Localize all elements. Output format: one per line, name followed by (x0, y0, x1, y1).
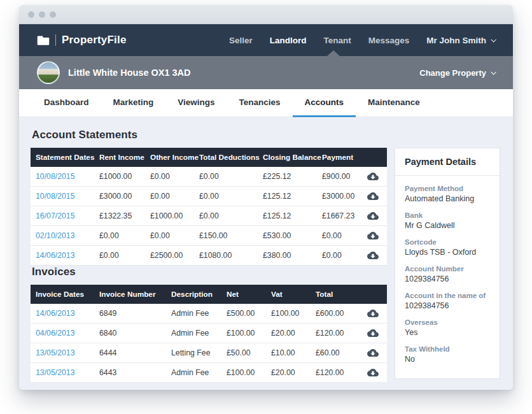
total-deductions-cell: £0.00 (194, 172, 258, 181)
field-label: Account Number (405, 265, 490, 273)
total-cell: £600.00 (311, 309, 358, 318)
property-bar: Little White House OX1 3AD Change Proper… (19, 56, 513, 89)
closing-balance-cell: £380.00 (258, 251, 317, 260)
cloud-download-icon[interactable] (358, 210, 387, 222)
column-header: Vat (266, 290, 311, 299)
invoice-date-link[interactable]: 13/05/2013 (31, 368, 94, 377)
other-income-cell: £0.00 (145, 231, 194, 240)
user-name: Mr John Smith (426, 36, 486, 45)
statement-row: 02/10/2013 £0.00 £0.00 £150.00 £530.00 £… (31, 226, 387, 246)
payment-detail-field: Payment Method Automated Banking (405, 185, 490, 203)
window-control-dot[interactable] (28, 11, 34, 18)
invoice-row: 13/05/2013 6443 Admin Fee £100.00 £20.00… (31, 363, 387, 383)
invoice-number-cell: 6443 (94, 368, 166, 377)
description-cell: Letting Fee (166, 348, 221, 357)
payment-cell: £0.00 (317, 231, 358, 240)
invoice-date-link[interactable]: 04/06/2013 (31, 329, 94, 338)
other-income-cell: £1000.00 (145, 211, 194, 220)
navbar-item[interactable]: Tenant (323, 36, 351, 45)
column-header: Net (221, 290, 266, 299)
payment-detail-field: Overseas Yes (405, 318, 490, 337)
rent-income-cell: £0.00 (94, 251, 145, 260)
vat-cell: £20.00 (266, 329, 311, 338)
cloud-download-icon[interactable] (358, 327, 387, 339)
field-value: 1029384756 (405, 301, 490, 310)
other-income-cell: £2500.00 (145, 251, 194, 260)
net-cell: £50.00 (221, 348, 266, 357)
tab[interactable]: Maintenance (356, 89, 432, 117)
statement-row: 10/08/2015 £3000.00 £0.00 £0.00 £125.12 … (31, 187, 387, 206)
closing-balance-cell: £125.12 (258, 211, 317, 220)
main-column: Account Statements Statement DatesRent I… (31, 129, 387, 390)
statement-date-link[interactable]: 10/08/2015 (31, 192, 94, 201)
payment-detail-field: Tax Withheld No (405, 345, 490, 364)
description-cell: Admin Fee (166, 309, 221, 318)
statement-date-link[interactable]: 02/10/2013 (31, 231, 94, 240)
cloud-download-icon[interactable] (358, 171, 387, 182)
navbar-menu: Seller Landlord Tenant Messages (229, 36, 409, 45)
invoice-date-link[interactable]: 14/06/2013 (31, 309, 94, 318)
tab[interactable]: Dashboard (32, 89, 101, 117)
property-name: Little White House OX1 3AD (68, 68, 191, 78)
navbar-item[interactable]: Messages (368, 36, 410, 45)
total-deductions-cell: £1080.00 (194, 251, 258, 260)
table-header-row: Invoice DatesInvoice NumberDescriptionNe… (31, 285, 387, 304)
statement-date-link[interactable]: 14/06/2013 (31, 251, 94, 260)
browser-window: PropertyFile Seller Landlord Tenant Mess… (19, 5, 513, 390)
tab[interactable]: Accounts (293, 89, 356, 117)
total-cell: £120.00 (311, 329, 358, 338)
column-header: Closing Balance (258, 153, 317, 162)
invoice-row: 14/06/2013 6849 Admin Fee £500.00 £100.0… (31, 304, 387, 324)
tab[interactable]: Marketing (101, 89, 166, 117)
property-avatar (37, 61, 60, 84)
total-deductions-cell: £150.00 (194, 231, 258, 240)
payment-details-panel: Payment Details Payment Method Automated… (395, 148, 500, 379)
table-header-row: Statement DatesRent IncomeOther IncomeTo… (31, 148, 387, 167)
tab[interactable]: Tenancies (227, 89, 293, 117)
statement-row: 10/08/2015 £1000.00 £0.00 £0.00 £225.12 … (31, 167, 387, 187)
column-header: Rent Income (94, 153, 145, 162)
cloud-download-icon[interactable] (358, 250, 387, 261)
column-header: Invoice Dates (31, 290, 94, 299)
folder-icon (37, 35, 50, 45)
cloud-download-icon[interactable] (358, 230, 387, 241)
app-title: PropertyFile (62, 34, 127, 46)
active-nav-pointer (326, 50, 340, 57)
cloud-download-icon[interactable] (358, 190, 387, 202)
payment-detail-field: Account Number 1029384756 (405, 265, 490, 283)
field-label: Bank (405, 211, 490, 219)
column-header: Total Deductions (194, 153, 258, 162)
window-control-dot[interactable] (50, 11, 56, 18)
tab[interactable]: Viewings (165, 89, 227, 117)
chevron-down-icon (491, 69, 496, 75)
app-logo[interactable]: PropertyFile (37, 34, 127, 46)
logo-divider (55, 34, 56, 46)
closing-balance-cell: £225.12 (258, 172, 317, 181)
window-control-dot[interactable] (39, 11, 45, 18)
user-menu[interactable]: Mr John Smith (426, 36, 495, 45)
payment-detail-field: Account in the name of 1029384756 (405, 292, 490, 310)
statement-date-link[interactable]: 16/07/2015 (31, 211, 94, 220)
cloud-download-icon[interactable] (358, 367, 387, 378)
invoice-row: 13/05/2013 6444 Letting Fee £50.00 £10.0… (31, 343, 387, 363)
field-value: No (405, 355, 490, 364)
navbar-item[interactable]: Landlord (270, 36, 307, 45)
cloud-download-icon[interactable] (358, 308, 387, 319)
field-value: Yes (405, 328, 490, 337)
vat-cell: £20.00 (266, 368, 311, 377)
change-property-button[interactable]: Change Property (419, 68, 495, 78)
total-cell: £60.00 (311, 348, 358, 357)
field-value: Mr G Caldwell (405, 221, 490, 230)
payment-cell: £900.00 (317, 172, 358, 181)
change-property-label: Change Property (419, 68, 486, 78)
statement-date-link[interactable]: 10/08/2015 (31, 172, 94, 181)
section-tabs: Dashboard Marketing Viewings Tenancies A… (19, 89, 513, 117)
total-cell: £120.00 (311, 368, 358, 377)
navbar-item[interactable]: Seller (229, 36, 253, 45)
column-header: Other Income (145, 153, 194, 162)
cloud-download-icon[interactable] (358, 347, 387, 359)
field-label: Account in the name of (405, 292, 490, 299)
closing-balance-cell: £125.12 (258, 192, 317, 201)
payment-detail-field: Sortcode Lloyds TSB - Oxford (405, 238, 490, 257)
invoice-date-link[interactable]: 13/05/2013 (31, 348, 94, 357)
